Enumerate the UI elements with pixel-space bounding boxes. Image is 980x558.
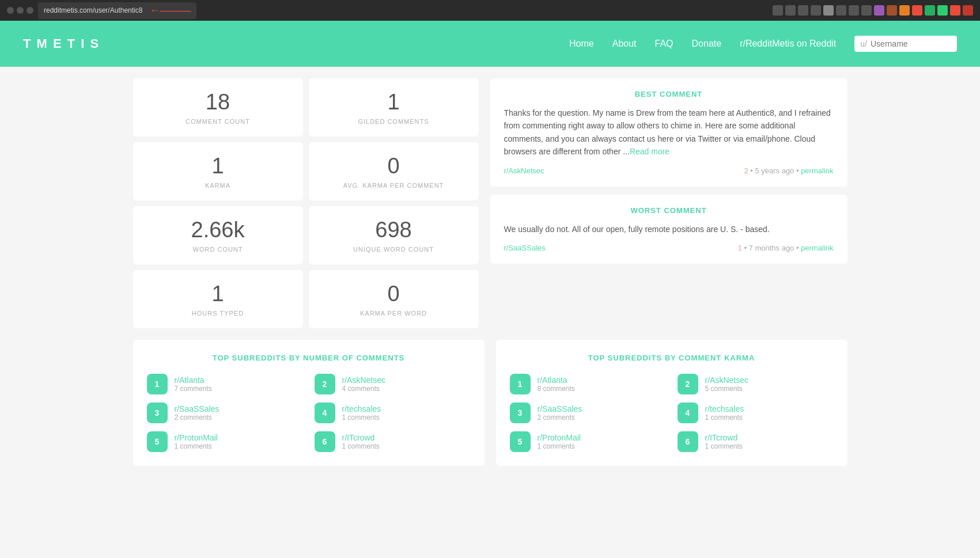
worst-comment-info: 1 • 7 months ago • permalink [738,244,834,252]
worst-comment-dot: • [744,244,748,252]
worst-comment-title: WORST COMMENT [504,206,834,215]
top-by-karma-grid: 1 r/Atlanta 8 comments 2 r/AskNetsec 5 c… [510,374,834,452]
subreddit-name[interactable]: r/SaaSSales [175,404,220,413]
nav-home[interactable]: Home [569,39,594,49]
worst-comment-permalink[interactable]: permalink [801,244,833,252]
bottom-sections: TOP SUBREDDITS BY NUMBER OF COMMENTS 1 r… [133,340,847,466]
stat-hours: 1 HOURS TYPED [133,270,303,328]
stat-karma-per-word: 0 KARMA PER WORD [309,270,479,328]
window-dot [17,7,24,14]
best-comment-read-more[interactable]: Read more [630,147,669,156]
subreddit-info: r/ProtonMail 1 comments [538,433,581,450]
nav-links: Home About FAQ Donate r/RedditMetis on R… [569,36,957,52]
nav-about[interactable]: About [612,39,637,49]
best-comment-meta: r/AskNetsec 2 • 5 years ago • permalink [504,166,834,175]
worst-comment-time: 7 months ago [749,244,794,252]
subreddit-name[interactable]: r/AskNetsec [342,375,385,385]
stat-label-karma: KARMA [145,182,292,189]
rank-badge: 2 [678,374,698,394]
worst-comment-dot2: • [796,244,801,252]
worst-comment-card: WORST COMMENT We usually do not. All of … [490,195,847,264]
rank-badge: 2 [315,374,335,394]
tab-dot [950,5,960,16]
subreddit-name[interactable]: r/ProtonMail [538,433,581,442]
top-by-karma-section: TOP SUBREDDITS BY COMMENT KARMA 1 r/Atla… [496,340,847,466]
nav-donate[interactable]: Donate [692,39,722,49]
tab-dot [912,5,922,16]
best-comment-dot2: • [796,166,801,175]
worst-comment-meta: r/SaaSSales 1 • 7 months ago • permalink [504,244,834,252]
browser-bar: redditmetis.com/user/Authentic8 ←——— [0,0,980,21]
window-controls [7,7,33,14]
best-comment-title: BEST COMMENT [504,90,834,98]
best-comment-subreddit[interactable]: r/AskNetsec [504,166,544,175]
tab-dot [811,5,821,16]
subreddit-name[interactable]: r/ProtonMail [175,433,218,442]
url-bar[interactable]: redditmetis.com/user/Authentic8 ←——— [38,2,196,19]
subreddit-count: 1 comments [342,442,380,450]
list-item: 2 r/AskNetsec 5 comments [678,374,834,394]
stat-karma: 1 KARMA [133,142,303,200]
nav-reddit[interactable]: r/RedditMetis on Reddit [740,39,836,49]
list-item: 6 r/ITcrowd 1 comments [678,431,834,452]
tab-dot [836,5,846,16]
stat-value-karma: 1 [145,154,292,179]
worst-comment-text: We usually do not. All of our open, full… [504,223,834,236]
main-content: 18 COMMENT COUNT 1 GILDED COMMENTS 1 KAR… [110,67,871,477]
tab-dot [849,5,859,16]
worst-comment-subreddit[interactable]: r/SaaSSales [504,244,546,252]
navbar: T M E T I S Home About FAQ Donate r/Redd… [0,21,980,67]
tab-dot [773,5,783,16]
subreddit-name[interactable]: r/ITcrowd [705,433,743,442]
best-comment-score: 2 [744,166,748,175]
tab-dot [874,5,884,16]
list-item: 2 r/AskNetsec 4 comments [315,374,471,394]
search-bar[interactable]: u/ [854,36,957,52]
subreddit-info: r/SaaSSales 2 comments [538,404,582,422]
browser-tabs [773,5,973,16]
tab-dot [925,5,935,16]
stat-value-gilded: 1 [320,90,467,115]
subreddit-name[interactable]: r/AskNetsec [705,375,748,385]
arrow-indicator: ←——— [149,5,191,17]
subreddit-info: r/AskNetsec 5 comments [705,375,748,393]
subreddit-info: r/techsales 1 comments [705,404,744,422]
subreddit-name[interactable]: r/SaaSSales [538,404,582,413]
tab-dot [785,5,796,16]
subreddit-name[interactable]: r/Atlanta [538,375,575,385]
list-item: 1 r/Atlanta 7 comments [147,374,303,394]
stat-value-unique-word: 698 [320,218,467,242]
rank-badge: 4 [678,403,698,423]
subreddit-info: r/ProtonMail 1 comments [175,433,218,450]
subreddit-count: 2 comments [538,413,582,422]
list-item: 6 r/ITcrowd 1 comments [315,431,471,452]
subreddit-info: r/AskNetsec 4 comments [342,375,385,393]
tab-dot [963,5,973,16]
stat-label-unique-word: UNIQUE WORD COUNT [320,246,467,253]
subreddit-name[interactable]: r/techsales [705,404,744,413]
rank-badge: 1 [147,374,168,394]
stat-value-comment-count: 18 [145,90,292,115]
tab-dot [798,5,808,16]
tab-dot [937,5,948,16]
tab-dot [887,5,897,16]
subreddit-name[interactable]: r/techsales [342,404,381,413]
stat-value-word-count: 2.66k [145,218,292,242]
stat-label-avg-karma: AVG. KARMA PER COMMENT [320,182,467,189]
subreddit-count: 4 comments [342,385,385,393]
subreddit-info: r/SaaSSales 2 comments [175,404,220,422]
nav-faq[interactable]: FAQ [655,39,673,49]
subreddit-info: r/ITcrowd 1 comments [342,433,380,450]
subreddit-count: 1 comments [538,442,581,450]
subreddit-name[interactable]: r/ITcrowd [342,433,380,442]
top-by-karma-title: TOP SUBREDDITS BY COMMENT KARMA [510,354,834,362]
stat-comment-count: 18 COMMENT COUNT [133,78,303,136]
search-input[interactable] [871,39,951,48]
url-text: redditmetis.com/user/Authentic8 [44,6,142,14]
rank-badge: 4 [315,403,335,423]
top-by-comments-title: TOP SUBREDDITS BY NUMBER OF COMMENTS [147,354,471,362]
subreddit-info: r/ITcrowd 1 comments [705,433,743,450]
stat-label-comment-count: COMMENT COUNT [145,118,292,125]
best-comment-permalink[interactable]: permalink [801,166,833,175]
subreddit-name[interactable]: r/Atlanta [175,375,212,385]
